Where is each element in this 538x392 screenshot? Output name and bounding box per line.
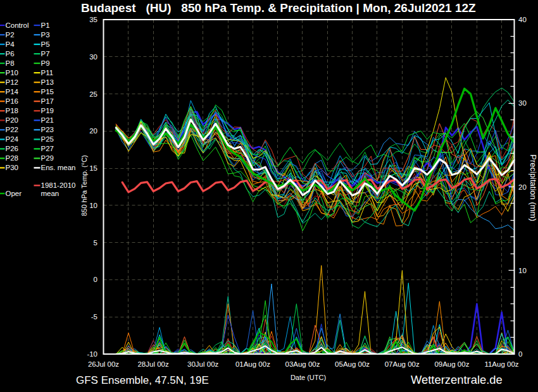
svg-text:P9: P9 [41,59,50,67]
svg-text:P25: P25 [41,135,54,143]
svg-text:0: 0 [518,350,522,358]
svg-text:30: 30 [89,53,97,61]
svg-text:10: 10 [89,202,97,209]
svg-text:mean: mean [41,190,59,197]
svg-text:P13: P13 [41,78,54,86]
svg-text:01Aug 00z: 01Aug 00z [235,360,270,368]
svg-text:P23: P23 [41,126,54,133]
svg-text:P4: P4 [6,40,15,48]
svg-text:P12: P12 [6,78,18,86]
svg-text:Precipitation (mm): Precipitation (mm) [529,154,538,221]
svg-text:20: 20 [89,127,97,135]
svg-text:30Jul 00z: 30Jul 00z [187,360,218,368]
svg-text:40: 40 [518,16,527,23]
svg-text:P6: P6 [6,50,15,58]
svg-text:26Jul 00z: 26Jul 00z [88,360,119,368]
svg-text:0: 0 [94,276,97,283]
svg-text:P15: P15 [41,88,54,95]
svg-text:P26: P26 [6,145,18,152]
svg-text:03Aug 00z: 03Aug 00z [285,360,320,368]
svg-text:11Aug 00z: 11Aug 00z [484,360,518,368]
svg-text:Wetterzentrale.de: Wetterzentrale.de [411,373,503,386]
svg-text:850 hPa Temp. (°C): 850 hPa Temp. (°C) [80,155,88,216]
svg-text:09Aug 00z: 09Aug 00z [434,360,469,368]
svg-text:Control: Control [6,21,29,29]
svg-text:P16: P16 [6,97,18,105]
svg-text:30: 30 [518,99,527,107]
svg-text:P17: P17 [41,97,54,105]
svg-text:25: 25 [89,90,97,98]
svg-text:P1: P1 [41,21,50,29]
svg-text:20: 20 [518,183,527,191]
svg-text:-10: -10 [87,350,97,358]
svg-text:P30: P30 [6,164,18,171]
svg-text:05Aug 00z: 05Aug 00z [335,360,370,368]
svg-text:Ens. mean: Ens. mean [41,164,76,171]
svg-text:P18: P18 [6,107,18,114]
svg-text:P14: P14 [6,88,19,95]
svg-text:10: 10 [518,267,527,274]
svg-text:P21: P21 [41,116,54,124]
svg-text:P28: P28 [6,154,18,162]
svg-text:P24: P24 [6,135,19,143]
svg-text:1981-2010: 1981-2010 [41,181,76,189]
svg-text:P19: P19 [41,107,54,114]
svg-text:Budapest (HU) 850 hPa Temp: Budapest (HU) 850 hPa Temp. & Precipitat… [81,1,476,15]
svg-text:P22: P22 [6,126,18,133]
svg-text:GFS Ensemble, 47.5N, 19E: GFS Ensemble, 47.5N, 19E [76,374,209,386]
svg-text:P5: P5 [41,40,50,48]
svg-text:P8: P8 [6,59,15,67]
svg-text:5: 5 [94,239,97,247]
svg-text:35: 35 [89,16,97,23]
svg-text:07Aug 00z: 07Aug 00z [385,360,420,368]
svg-text:P10: P10 [6,69,18,77]
svg-text:P29: P29 [41,154,54,162]
svg-text:Date (UTC): Date (UTC) [291,374,326,381]
svg-text:P2: P2 [6,31,15,39]
svg-text:28Jul 00z: 28Jul 00z [137,360,168,368]
svg-text:-5: -5 [91,313,97,321]
svg-text:P27: P27 [41,145,54,152]
svg-text:P11: P11 [41,69,54,77]
svg-text:15: 15 [89,164,97,172]
svg-text:P7: P7 [41,50,50,58]
svg-text:P20: P20 [6,116,18,124]
svg-text:P3: P3 [41,31,50,39]
svg-text:Oper: Oper [6,190,22,197]
